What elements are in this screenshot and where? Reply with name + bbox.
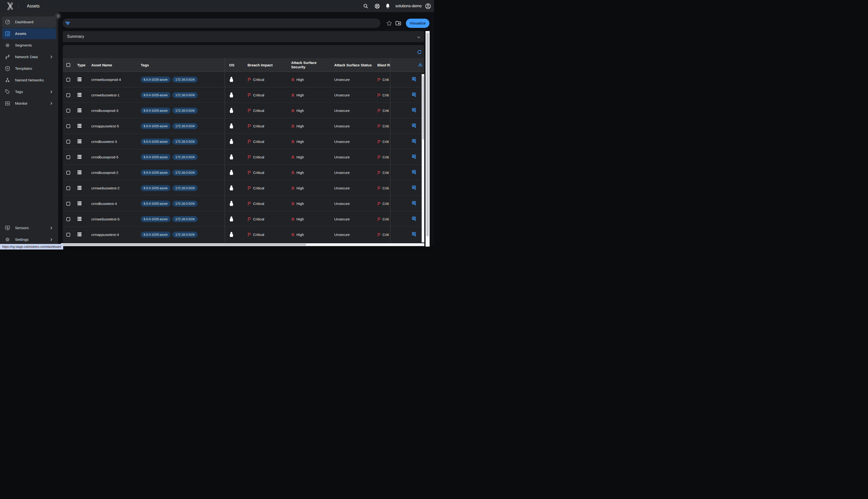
asset-details-bubble-icon[interactable]: [412, 123, 416, 128]
table-row[interactable]: crmdbuswprod-5 6.5.0-1025-azure 172.16.0…: [63, 149, 424, 165]
header-cell-os[interactable]: OS: [225, 63, 244, 67]
notifications-bell-icon[interactable]: [385, 3, 390, 9]
table-row[interactable]: crmwebuswtest-1 6.5.0-1025-azure 172.16.…: [63, 87, 424, 103]
tag-pill[interactable]: 172.16.0.0/24: [172, 154, 198, 160]
header-cell-asset-name[interactable]: Asset Name: [86, 63, 135, 67]
table-row[interactable]: crmdbuswtest-3 6.5.0-1025-azure 172.16.0…: [63, 134, 424, 149]
tag-pill[interactable]: 172.16.0.0/24: [172, 138, 198, 145]
sidebar-item-settings[interactable]: Settings: [2, 234, 56, 245]
row-checkbox[interactable]: [66, 233, 70, 237]
asset-details-bubble-icon[interactable]: [412, 170, 416, 175]
table-horizontal-scrollbar-thumb[interactable]: [62, 244, 306, 246]
page-vertical-scrollbar[interactable]: [425, 31, 430, 247]
table-row[interactable]: crmappuswtest-4 6.5.0-1025-azure 172.16.…: [63, 227, 424, 243]
row-checkbox[interactable]: [66, 171, 70, 175]
table-row[interactable]: crmwebuswprod-4 6.5.0-1025-azure 172.16.…: [63, 72, 424, 87]
tag-pill[interactable]: 172.16.0.0/24: [172, 170, 198, 175]
sidebar-item-assets[interactable]: Assets: [2, 28, 56, 39]
tag-pill[interactable]: 172.16.0.0/24: [172, 108, 198, 113]
tag-pill[interactable]: 6.5.0-1025-azure: [141, 185, 171, 191]
row-checkbox[interactable]: [66, 186, 70, 190]
filter-query-input[interactable]: [62, 19, 381, 28]
asset-name[interactable]: crmappuswtest-5: [86, 124, 135, 128]
saved-filters-folder-icon[interactable]: [396, 21, 401, 25]
header-cell-attack-surface-status[interactable]: Attack Surface Status: [331, 63, 374, 67]
header-cell-blast-radius[interactable]: Blast Ra: [374, 63, 390, 67]
colortokens-logo-icon[interactable]: [6, 2, 13, 10]
table-row[interactable]: crmwebuswtest-5 6.5.0-1025-azure 172.16.…: [63, 211, 424, 227]
sidebar-item-monitor[interactable]: Monitor: [2, 98, 56, 109]
table-row[interactable]: crmappuswtest-5 6.5.0-1025-azure 172.16.…: [63, 119, 424, 134]
row-checkbox[interactable]: [66, 109, 70, 113]
asset-name[interactable]: crmdbuswtest-4: [86, 202, 135, 206]
asset-name[interactable]: crmdbuswprod-3: [86, 109, 135, 113]
table-vertical-scrollbar[interactable]: [422, 74, 424, 243]
tag-pill[interactable]: 6.5.0-1025-azure: [141, 170, 171, 175]
tag-pill[interactable]: 172.16.0.0/24: [172, 185, 198, 191]
table-row[interactable]: crmdbuswprod-3 6.5.0-1025-azure 172.16.0…: [63, 103, 424, 119]
header-cell-breach-impact[interactable]: Breach Impact: [244, 63, 287, 67]
search-icon[interactable]: [363, 3, 368, 9]
sidebar-item-tags[interactable]: Tags: [2, 86, 56, 97]
tag-pill[interactable]: 6.5.0-1025-azure: [141, 108, 171, 113]
row-checkbox[interactable]: [66, 78, 70, 82]
tag-pill[interactable]: 6.5.0-1025-azure: [141, 138, 171, 145]
asset-details-bubble-icon[interactable]: [412, 108, 416, 113]
tag-pill[interactable]: 172.16.0.0/24: [172, 200, 198, 207]
tag-pill[interactable]: 172.16.0.0/24: [172, 216, 198, 222]
asset-name[interactable]: crmwebuswprod-4: [86, 77, 135, 82]
asset-details-bubble-icon[interactable]: [412, 201, 416, 206]
select-all-checkbox[interactable]: [66, 63, 70, 67]
asset-name[interactable]: crmdbuswtest-3: [86, 139, 135, 144]
table-row[interactable]: crmdbuswprod-2 6.5.0-1025-azure 172.16.0…: [63, 165, 424, 181]
refresh-icon[interactable]: [416, 49, 422, 55]
sidebar-collapse-button[interactable]: [55, 13, 61, 19]
table-row[interactable]: crmwebuswtest-2 6.5.0-1025-azure 172.16.…: [63, 181, 424, 196]
sidebar-item-templates[interactable]: Templates: [2, 63, 56, 74]
header-cell-tags[interactable]: Tags: [135, 63, 225, 67]
header-cell-attack-surface-security[interactable]: Attack Surface Security: [287, 61, 331, 69]
sidebar-item-dashboard[interactable]: Dashboard: [2, 16, 56, 28]
tag-pill[interactable]: 172.16.0.0/24: [172, 76, 198, 83]
asset-details-bubble-icon[interactable]: [412, 154, 416, 159]
asset-details-bubble-icon[interactable]: [412, 92, 416, 97]
tag-pill[interactable]: 6.5.0-1025-azure: [141, 76, 171, 83]
asset-name[interactable]: crmwebuswtest-2: [86, 186, 135, 190]
visualize-button[interactable]: Visualize: [406, 19, 430, 28]
account-avatar-icon[interactable]: [425, 3, 431, 9]
summary-panel-header[interactable]: Summary: [63, 31, 424, 42]
table-row[interactable]: crmdbuswtest-4 6.5.0-1025-azure 172.16.0…: [63, 196, 424, 211]
row-checkbox[interactable]: [66, 124, 70, 128]
sidebar-item-segments[interactable]: Segments: [2, 40, 56, 51]
tag-pill[interactable]: 172.16.0.0/24: [172, 92, 198, 98]
asset-name[interactable]: crmwebuswtest-5: [86, 217, 135, 221]
org-name[interactable]: solutions-demo: [396, 4, 422, 8]
header-cell-type[interactable]: Type: [74, 63, 86, 67]
asset-details-bubble-icon[interactable]: [412, 185, 416, 190]
asset-name[interactable]: crmdbuswprod-5: [86, 155, 135, 159]
tag-pill[interactable]: 6.5.0-1025-azure: [141, 216, 171, 222]
tag-pill[interactable]: 6.5.0-1025-azure: [141, 92, 171, 98]
row-checkbox[interactable]: [66, 155, 70, 159]
table-vertical-scrollbar-thumb[interactable]: [422, 76, 424, 139]
chevron-down-icon[interactable]: [418, 34, 420, 39]
asset-details-bubble-icon[interactable]: [412, 139, 416, 144]
page-vertical-scrollbar-thumb[interactable]: [426, 33, 429, 236]
tag-pill[interactable]: 6.5.0-1025-azure: [141, 154, 171, 160]
sidebar-item-sensors[interactable]: Sensors: [2, 222, 56, 233]
help-lifebuoy-icon[interactable]: [374, 3, 380, 9]
sidebar-item-network-data[interactable]: Network Data: [2, 51, 56, 62]
favorite-star-icon[interactable]: [386, 20, 392, 26]
row-checkbox[interactable]: [66, 140, 70, 144]
asset-name[interactable]: crmwebuswtest-1: [86, 93, 135, 97]
tag-pill[interactable]: 172.16.0.0/24: [172, 123, 198, 129]
tag-pill[interactable]: 6.5.0-1025-azure: [141, 123, 171, 129]
tag-pill[interactable]: 172.16.0.0/24: [172, 232, 198, 238]
asset-details-bubble-icon[interactable]: [412, 216, 416, 221]
sidebar-item-named-networks[interactable]: Named Networks: [2, 75, 56, 86]
row-checkbox[interactable]: [66, 202, 70, 206]
download-icon[interactable]: [418, 62, 423, 67]
asset-details-bubble-icon[interactable]: [412, 77, 416, 82]
asset-details-bubble-icon[interactable]: [412, 232, 416, 237]
asset-name[interactable]: crmdbuswprod-2: [86, 171, 135, 175]
